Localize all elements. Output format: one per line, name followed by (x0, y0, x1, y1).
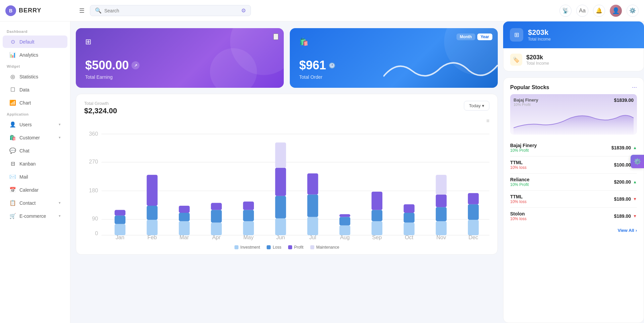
default-icon: ⊙ (9, 39, 16, 45)
up-arrow-icon: ▲ (633, 145, 637, 150)
sidebar-item-customer[interactable]: 🛍️ Customer ▾ (3, 131, 67, 144)
chart-legend: Investment Loss Profit Maintenance (84, 245, 489, 250)
mail-icon: ✉️ (9, 174, 16, 180)
view-all-row: View All › (510, 224, 637, 233)
stock-row: TTML 10% loss $189.00 ▼ (510, 191, 637, 208)
sidebar-item-data[interactable]: ☐ Data (3, 83, 67, 96)
stock-price: $189.00 (614, 213, 631, 219)
translate-button[interactable]: Aa (576, 5, 588, 17)
avatar[interactable]: 👤 (610, 5, 622, 17)
notification-button[interactable]: 🔔 (593, 5, 605, 17)
sidebar-item-chat[interactable]: 💬 Chat (3, 144, 67, 157)
income-top-amount: $203k (528, 28, 551, 37)
income-sub-info: $203k Total Income (526, 54, 549, 66)
sidebar-item-statistics[interactable]: ◎ Statistics (3, 70, 67, 83)
view-all-link[interactable]: View All › (618, 228, 637, 233)
svg-rect-16 (147, 220, 157, 235)
sidebar-item-label: Analytics (19, 52, 38, 58)
legend-investment: Investment (234, 245, 260, 250)
svg-rect-35 (275, 142, 286, 168)
svg-text:Apr: Apr (212, 234, 221, 240)
svg-rect-47 (372, 192, 382, 210)
down-arrow-icon: ▼ (633, 214, 637, 218)
sidebar-item-mail[interactable]: ✉️ Mail (3, 171, 67, 183)
logo-area: B BERRY (5, 5, 72, 16)
sidebar-item-default[interactable]: ⊙ Default (3, 36, 67, 48)
today-button[interactable]: Today ▾ (464, 101, 489, 111)
search-bar: 🔍 ⚙ (90, 5, 251, 16)
header-right: 📡 Aa 🔔 👤 ⚙️ (559, 5, 639, 17)
bajaj-profit: 10% Profit (514, 103, 538, 107)
top-cards: ⊞ ··· $500.00 ↗ Total Earning 🛍️ Month Y… (76, 28, 498, 88)
svg-rect-29 (243, 210, 254, 221)
stock-status: 10% loss (510, 165, 527, 170)
filter-icon[interactable]: ⚙ (241, 7, 246, 14)
earning-card-icon: ⊞ (85, 38, 91, 46)
sidebar-item-chart[interactable]: 📶 Chart (3, 96, 67, 109)
svg-rect-54 (436, 207, 446, 221)
svg-text:Feb: Feb (148, 234, 157, 240)
chart-menu-icon[interactable]: ≡ (84, 118, 489, 124)
bar-chart-svg: 360 270 180 90 0 JanFebMarAprMayJunJulAu… (84, 127, 489, 240)
stock-name-area: TTML 10% loss (510, 194, 527, 204)
sidebar-item-kanban[interactable]: ⊟ Kanban (3, 157, 67, 170)
settings-button[interactable]: ⚙️ (627, 5, 639, 17)
sidebar-item-label: Chart (19, 100, 31, 106)
svg-rect-37 (307, 217, 318, 236)
svg-rect-34 (275, 168, 286, 196)
contact-icon: 📋 (9, 200, 16, 206)
svg-rect-43 (339, 214, 350, 217)
chevron-down-icon: ▾ (482, 103, 484, 108)
toggle-month-button[interactable]: Month (457, 34, 475, 40)
svg-text:B: B (9, 8, 12, 13)
svg-rect-38 (307, 194, 318, 217)
search-input[interactable] (104, 8, 238, 13)
up-arrow-icon: ▲ (633, 180, 637, 184)
svg-text:Nov: Nov (436, 234, 446, 240)
chat-icon: 💬 (9, 147, 16, 154)
sidebar-item-label: Users (19, 122, 32, 127)
right-panel: ⊞ $203k Total Income 🏷️ $203k Total Inco… (503, 21, 644, 323)
settings-fab[interactable]: ⚙️ (631, 155, 644, 168)
svg-rect-49 (404, 222, 414, 235)
earning-more-button[interactable]: ··· (273, 34, 278, 40)
bajaj-name: Bajaj Finery (514, 98, 538, 103)
stocks-more-button[interactable]: ··· (632, 84, 637, 91)
calendar-icon: 📅 (9, 187, 16, 193)
logo-icon: B (5, 5, 16, 16)
sidebar: Dashboard ⊙ Default 📊 Analytics Widget ◎… (0, 21, 70, 323)
stock-name: TTML (510, 194, 527, 199)
bajaj-name-area: Bajaj Finery 10% Profit (514, 98, 538, 107)
svg-text:90: 90 (92, 215, 98, 221)
svg-rect-41 (339, 225, 350, 235)
svg-rect-50 (404, 213, 414, 222)
stock-status: 10% Profit (510, 182, 530, 187)
svg-rect-32 (275, 218, 286, 235)
income-top-label: Total Income (528, 37, 551, 42)
sidebar-item-contact[interactable]: 📋 Contact ▾ (3, 197, 67, 209)
toggle-year-button[interactable]: Year (477, 34, 492, 40)
svg-rect-20 (179, 221, 190, 235)
sidebar-item-ecommerce[interactable]: 🛒 E-commerce ▾ (3, 210, 67, 222)
sidebar-item-users[interactable]: 👤 Users ▾ (3, 118, 67, 131)
hamburger-button[interactable]: ☰ (79, 7, 85, 14)
stock-row: Reliance 10% Profit $200.00 ▲ (510, 174, 637, 191)
stock-name-area: Bajaj Finery 10% Profit (510, 143, 537, 153)
stock-price-area: $189.00 ▼ (614, 196, 637, 202)
profit-color (288, 245, 292, 249)
stock-row: Stolon 10% loss $189.00 ▼ (510, 208, 637, 224)
income-sub-amount: $203k (526, 54, 549, 61)
ecommerce-icon: 🛒 (9, 213, 16, 219)
sidebar-item-analytics[interactable]: 📊 Analytics (3, 49, 67, 61)
main-content: ⊞ ··· $500.00 ↗ Total Earning 🛍️ Month Y… (70, 21, 503, 323)
svg-rect-60 (468, 193, 479, 204)
income-sub-icon: 🏷️ (510, 54, 522, 66)
loss-color (267, 245, 271, 249)
chart-icon: 📶 (9, 100, 16, 106)
stocks-list: Bajaj Finery 10% Profit $1839.00 ▲ TTML … (510, 139, 637, 224)
sidebar-item-calendar[interactable]: 📅 Calendar (3, 184, 67, 196)
broadcast-button[interactable]: 📡 (559, 5, 572, 17)
stock-row: Bajaj Finery 10% Profit $1839.00 ▲ (510, 139, 637, 156)
svg-text:Jun: Jun (276, 234, 285, 240)
svg-rect-53 (436, 221, 446, 235)
